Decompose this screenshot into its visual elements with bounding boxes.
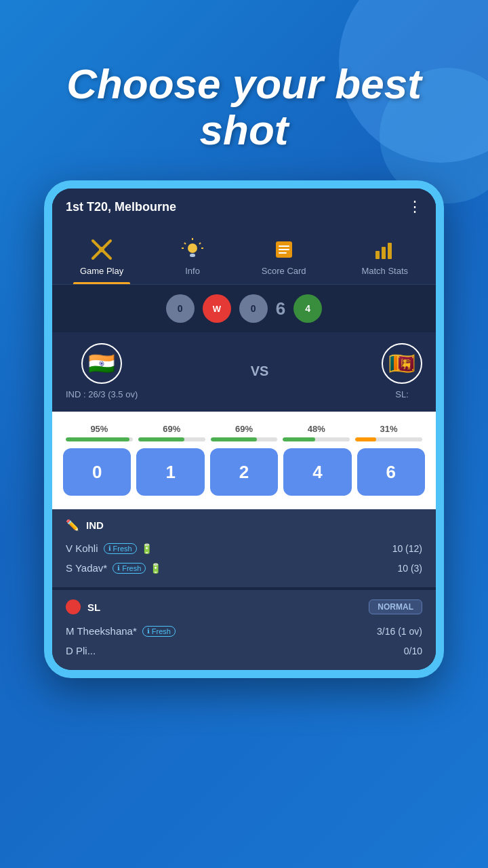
ind-player-1-row: V Kohli ℹ Fresh 🔋 10 (12): [66, 538, 422, 558]
tab-matchstats[interactable]: Match Stats: [348, 232, 422, 284]
shot-panel: 95% 69% 69%: [52, 412, 436, 509]
svg-line-7: [184, 243, 186, 244]
pct-fill-3: [283, 437, 314, 441]
team-sl-block: 🇱🇰 SL:: [382, 343, 422, 399]
pct-2: 69%: [235, 424, 253, 434]
scorecard-icon: [270, 236, 298, 263]
sl-dot-icon: [66, 599, 81, 614]
pct-fill-1: [138, 437, 184, 441]
pct-bar-1: [138, 437, 205, 441]
pct-0: 95%: [90, 424, 108, 434]
info-icon: [179, 236, 206, 263]
shot-btn-1[interactable]: 1: [136, 448, 204, 496]
shot-col-2: 69%: [208, 424, 281, 441]
shot-btn-6[interactable]: 6: [357, 448, 425, 496]
gameplay-icon: [88, 236, 115, 263]
match-info: 🇮🇳 IND : 26/3 (3.5 ov) VS 🇱🇰 SL:: [52, 332, 436, 412]
ind-flag: 🇮🇳: [81, 343, 122, 384]
ball-0-2: 0: [239, 294, 268, 323]
shot-btn-2[interactable]: 2: [210, 448, 278, 496]
sl-player-2-name: D Pli...: [66, 645, 96, 656]
phone-screen: 1st T20, Melbourne ⋮ Game Play: [52, 189, 436, 670]
svg-rect-4: [190, 254, 195, 257]
ind-player-panel: ✏️ IND V Kohli ℹ Fresh 🔋 10 (12): [52, 509, 436, 587]
shot-col-1: 69%: [136, 424, 208, 441]
fresh-badge-1: ℹ Fresh: [104, 543, 137, 554]
tab-navigation: Game Play Info: [52, 225, 436, 285]
shot-btn-4[interactable]: 4: [283, 448, 351, 496]
info-circle-icon: ℹ: [108, 545, 111, 552]
pct-bar-0: [66, 437, 133, 441]
shot-btn-0[interactable]: 0: [63, 448, 131, 496]
ball-6: 6: [276, 298, 285, 319]
sl-player-1-badge: ℹ Fresh: [142, 626, 176, 637]
shot-buttons: 0 1 2 4 6: [63, 448, 425, 496]
vs-text: VS: [251, 363, 269, 379]
pct-3: 48%: [308, 424, 325, 434]
ball-0: 0: [166, 294, 195, 323]
headline-section: Choose your best shot: [0, 0, 488, 174]
pct-bar-2: [211, 437, 278, 441]
info-label: Info: [185, 266, 200, 276]
pencil-icon: ✏️: [66, 519, 79, 532]
scorecard-label: Score Card: [262, 266, 306, 276]
sl-player-1-name: M Theekshana*: [66, 625, 137, 637]
sl-player-2-left: D Pli...: [66, 645, 96, 656]
svg-point-3: [188, 243, 197, 253]
ind-score: IND : 26/3 (3.5 ov): [66, 389, 138, 399]
pct-fill-0: [66, 437, 129, 441]
sl-header-left: SL: [66, 599, 100, 614]
tab-gameplay[interactable]: Game Play: [66, 232, 137, 284]
sl-player-1-row: M Theekshana* ℹ Fresh 3/16 (1 ov): [66, 621, 422, 641]
svg-rect-11: [279, 245, 289, 247]
pct-fill-2: [211, 437, 257, 441]
normal-mode-badge: NORMAL: [369, 599, 422, 614]
sl-flag: 🇱🇰: [382, 343, 422, 384]
ball-4: 4: [293, 294, 322, 323]
ind-player-2-name: S Yadav*: [66, 562, 107, 574]
match-header: 1st T20, Melbourne ⋮: [52, 189, 436, 225]
svg-rect-15: [382, 247, 386, 259]
tab-scorecard[interactable]: Score Card: [248, 232, 320, 284]
pct-1: 69%: [163, 424, 180, 434]
tab-info[interactable]: Info: [165, 232, 220, 284]
ball-w: W: [203, 294, 231, 323]
ind-player-2-badge: ℹ Fresh 🔋: [113, 563, 161, 574]
pct-fill-4: [355, 437, 376, 441]
svg-line-6: [199, 243, 201, 244]
shot-percentages: 95% 69% 69%: [63, 424, 425, 441]
svg-rect-13: [279, 252, 287, 254]
ind-player-1-name: V Kohli: [66, 542, 98, 554]
svg-rect-16: [388, 243, 392, 259]
sl-player-panel: SL NORMAL M Theekshana* ℹ Fresh 3/16 (1 …: [52, 590, 436, 670]
ind-player-2-score: 10 (3): [397, 563, 422, 574]
sl-player-2-row: D Pli... 0/10: [66, 641, 422, 660]
delivery-row: 0 W 0 6 4: [52, 285, 436, 332]
sl-player-1-score: 3/16 (1 ov): [377, 626, 422, 637]
battery-icon-2: 🔋: [150, 563, 161, 574]
ind-player-1-badge: ℹ Fresh 🔋: [104, 543, 152, 554]
ind-player-1-left: V Kohli ℹ Fresh 🔋: [66, 542, 152, 554]
shot-col-3: 48%: [280, 424, 352, 441]
matchstats-icon: [371, 236, 399, 263]
team-ind-block: 🇮🇳 IND : 26/3 (3.5 ov): [66, 343, 138, 399]
ind-player-2-row: S Yadav* ℹ Fresh 🔋 10 (3): [66, 558, 422, 578]
sl-team-name: SL: [87, 601, 100, 613]
info-circle-icon-2: ℹ: [117, 564, 120, 572]
fresh-badge-2: ℹ Fresh: [113, 563, 146, 574]
svg-point-2: [99, 247, 104, 252]
pct-4: 31%: [380, 424, 398, 434]
battery-icon-1: 🔋: [141, 543, 152, 554]
headline-text: Choose your best shot: [41, 61, 447, 153]
ind-player-2-left: S Yadav* ℹ Fresh 🔋: [66, 562, 161, 574]
more-options-icon[interactable]: ⋮: [407, 198, 422, 216]
pct-bar-3: [283, 437, 350, 441]
sl-panel-header: SL NORMAL: [66, 599, 422, 614]
svg-rect-12: [279, 249, 289, 250]
shot-col-0: 95%: [63, 424, 136, 441]
ind-player-1-score: 10 (12): [392, 543, 422, 554]
svg-rect-14: [375, 251, 380, 259]
matchstats-label: Match Stats: [361, 266, 408, 276]
pct-bar-4: [355, 437, 422, 441]
match-title: 1st T20, Melbourne: [66, 200, 176, 214]
